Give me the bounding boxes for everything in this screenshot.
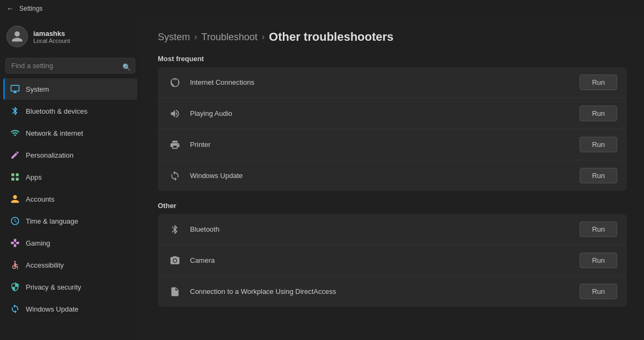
gaming-nav-icon [10, 238, 20, 248]
section-title-most-frequent: Most frequent [158, 55, 627, 63]
printer-label: Printer [190, 141, 580, 149]
printer-icon [167, 137, 182, 152]
sidebar-item-time[interactable]: Time & language [3, 210, 137, 232]
content-area: System › Troubleshoot › Other troublesho… [141, 17, 644, 340]
winupdate-run-button[interactable]: Run [580, 168, 617, 183]
breadcrumb-current: Other troubleshooters [269, 30, 393, 44]
personalization-nav-icon [10, 150, 20, 160]
directaccess-run-button[interactable]: Run [580, 284, 617, 299]
breadcrumb-sep-1: › [194, 32, 197, 42]
sidebar-item-label-personalization: Personalization [26, 151, 74, 159]
internet-run-button[interactable]: Run [580, 75, 617, 90]
sidebar-item-label-accessibility: Accessibility [26, 261, 64, 269]
titlebar: ← Settings [0, 0, 644, 17]
privacy-nav-icon [10, 282, 20, 292]
camera-icon [167, 253, 182, 268]
sidebar-item-accessibility[interactable]: Accessibility [3, 254, 137, 276]
camera-label: Camera [190, 256, 580, 264]
system-nav-icon [10, 84, 20, 94]
sidebar-item-label-gaming: Gaming [26, 239, 50, 247]
svg-rect-2 [11, 178, 14, 181]
ts-item-audio: Playing Audio Run [158, 98, 627, 129]
svg-point-4 [14, 261, 16, 263]
sidebar-item-label-accounts: Accounts [26, 195, 54, 203]
svg-rect-0 [11, 173, 14, 176]
bluetooth-run-button[interactable]: Run [580, 221, 617, 237]
breadcrumb-sep-2: › [262, 32, 265, 42]
search-icon: 🔍 [122, 63, 131, 71]
user-info: iamashks Local Account [33, 29, 70, 44]
ts-list-most-frequent: Internet Connections Run Playing Audio R… [158, 67, 627, 191]
ts-list-other: Bluetooth Run Camera Run Connection to a… [158, 214, 627, 307]
audio-icon [167, 106, 182, 121]
printer-run-button[interactable]: Run [580, 137, 617, 152]
breadcrumb-system[interactable]: System [158, 32, 190, 43]
sidebar-item-label-windows-update: Windows Update [26, 305, 78, 313]
sidebar-item-privacy[interactable]: Privacy & security [3, 276, 137, 298]
bluetooth-icon [167, 222, 182, 237]
windows-update-nav-icon [10, 304, 20, 314]
ts-item-winupdate: Windows Update Run [158, 160, 627, 191]
username: iamashks [33, 29, 70, 38]
sidebar-item-gaming[interactable]: Gaming [3, 232, 137, 254]
winupdate-label: Windows Update [190, 172, 580, 180]
sections-container: Most frequent Internet Connections Run P… [158, 55, 627, 307]
ts-item-internet: Internet Connections Run [158, 67, 627, 98]
sidebar-item-label-network: Network & internet [26, 129, 83, 137]
sidebar-item-label-apps: Apps [26, 173, 42, 181]
winupdate-icon [167, 168, 182, 183]
directaccess-label: Connection to a Workplace Using DirectAc… [190, 287, 580, 295]
back-button[interactable]: ← [6, 4, 14, 13]
bluetooth-nav-icon [10, 106, 20, 116]
titlebar-title: Settings [19, 5, 42, 12]
sidebar-item-network[interactable]: Network & internet [3, 122, 137, 144]
bluetooth-label: Bluetooth [190, 225, 580, 233]
sidebar-item-windows-update[interactable]: Windows Update [3, 298, 137, 320]
svg-rect-1 [16, 173, 19, 176]
sidebar-item-system[interactable]: System [3, 78, 137, 100]
sidebar-item-personalization[interactable]: Personalization [3, 144, 137, 166]
ts-item-directaccess: Connection to a Workplace Using DirectAc… [158, 276, 627, 307]
sidebar-item-label-time: Time & language [26, 217, 78, 225]
audio-run-button[interactable]: Run [580, 106, 617, 121]
internet-icon [167, 75, 182, 90]
svg-rect-3 [16, 178, 19, 181]
sidebar-item-accounts[interactable]: Accounts [3, 188, 137, 210]
sidebar-item-label-privacy: Privacy & security [26, 283, 81, 291]
time-nav-icon [10, 216, 20, 226]
camera-run-button[interactable]: Run [580, 253, 617, 268]
sidebar-item-apps[interactable]: Apps [3, 166, 137, 188]
internet-label: Internet Connections [190, 78, 580, 86]
main-layout: iamashks Local Account 🔍 System Bluetoot… [0, 17, 644, 340]
ts-item-bluetooth: Bluetooth Run [158, 214, 627, 245]
ts-item-printer: Printer Run [158, 129, 627, 160]
sidebar-item-label-system: System [26, 85, 49, 93]
accounts-nav-icon [10, 194, 20, 204]
user-account-type: Local Account [33, 38, 70, 44]
user-profile[interactable]: iamashks Local Account [0, 17, 141, 56]
section-title-other: Other [158, 202, 627, 210]
sidebar: iamashks Local Account 🔍 System Bluetoot… [0, 17, 141, 340]
nav-list: System Bluetooth & devices Network & int… [0, 78, 141, 320]
network-nav-icon [10, 128, 20, 138]
breadcrumb-troubleshoot[interactable]: Troubleshoot [201, 32, 257, 43]
sidebar-item-label-bluetooth: Bluetooth & devices [26, 107, 87, 115]
search-container: 🔍 [0, 56, 141, 78]
ts-item-camera: Camera Run [158, 245, 627, 276]
breadcrumb: System › Troubleshoot › Other troublesho… [158, 30, 627, 44]
audio-label: Playing Audio [190, 109, 580, 117]
sidebar-item-bluetooth[interactable]: Bluetooth & devices [3, 100, 137, 122]
accessibility-nav-icon [10, 260, 20, 270]
search-input[interactable] [5, 58, 135, 73]
avatar [6, 26, 28, 47]
apps-nav-icon [10, 172, 20, 182]
directaccess-icon [167, 284, 182, 299]
